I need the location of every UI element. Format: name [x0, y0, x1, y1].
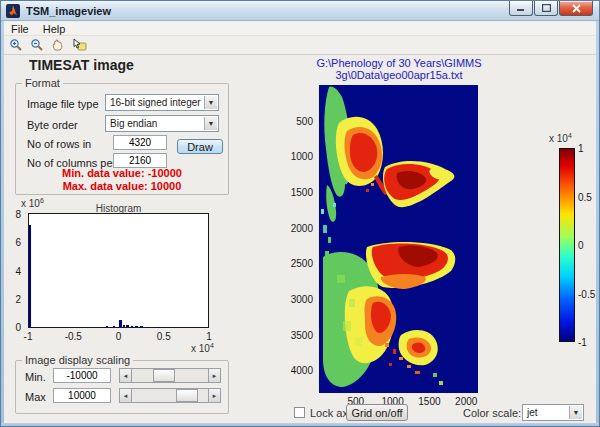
window-frame-bottom — [1, 423, 599, 426]
colorbar-tick: 0 — [578, 240, 584, 251]
lock-axes-checkbox[interactable] — [294, 407, 305, 418]
histogram-bar — [119, 320, 122, 327]
histogram-bar — [135, 326, 138, 327]
hist-y-tick: 8 — [15, 209, 21, 220]
color-scale-select[interactable]: jet ▼ — [522, 404, 584, 421]
window-title: TSM_imageview — [26, 5, 111, 17]
grid-toggle-button[interactable]: Grid on/off — [346, 404, 408, 421]
chevron-down-icon[interactable]: ▼ — [569, 406, 582, 419]
menu-file[interactable]: File — [4, 22, 36, 35]
slider-right-arrow-icon[interactable]: ► — [208, 368, 221, 383]
minimize-icon — [517, 4, 525, 12]
menu-bar: File Help — [4, 22, 598, 36]
map-y-tick: 1500 — [291, 186, 313, 197]
image-file-type-label: Image file type — [27, 98, 99, 110]
histogram-y-ticks: 02468 — [5, 214, 23, 327]
hist-x-tick: 0.5 — [157, 331, 171, 342]
maximize-icon — [542, 4, 551, 12]
format-panel-legend: Format — [22, 77, 63, 89]
hist-x-tick: 0 — [116, 331, 122, 342]
draw-button[interactable]: Draw — [177, 139, 223, 154]
max-scale-slider[interactable]: ◄ ► — [119, 388, 221, 403]
rows-input[interactable] — [113, 135, 167, 150]
slider-thumb[interactable] — [153, 369, 175, 382]
image-file-type-select[interactable]: 16-bit signed integer ▼ — [105, 94, 219, 111]
byte-order-value: Big endian — [110, 118, 157, 129]
byte-order-select[interactable]: Big endian ▼ — [105, 115, 219, 132]
window-controls — [509, 1, 593, 16]
chevron-down-icon[interactable]: ▼ — [204, 96, 217, 109]
hist-y-tick: 2 — [15, 293, 21, 304]
map-y-tick: 3000 — [291, 293, 313, 304]
map-y-tick: 3500 — [291, 329, 313, 340]
maximize-button[interactable] — [534, 1, 558, 16]
matlab-app-icon — [6, 4, 20, 18]
columns-input[interactable] — [113, 153, 167, 168]
page-title: TIMESAT image — [29, 57, 134, 73]
min-scale-slider[interactable]: ◄ ► — [119, 368, 221, 383]
scaling-max-input[interactable] — [53, 388, 111, 403]
colorbar-tick: 1 — [578, 143, 584, 154]
menu-help[interactable]: Help — [36, 22, 73, 35]
histogram-bar — [113, 326, 116, 327]
histogram-x-exponent: x 104 — [191, 342, 214, 354]
slider-track[interactable] — [132, 368, 208, 383]
titlebar: TSM_imageview — [1, 1, 599, 21]
colorbar-tick: 0.5 — [578, 191, 592, 202]
figure-toolbar — [4, 36, 598, 55]
map-x-tick: 2000 — [455, 396, 477, 407]
slider-left-arrow-icon[interactable]: ◄ — [119, 388, 132, 403]
data-cursor-icon[interactable] — [70, 37, 88, 53]
histogram-bar — [123, 325, 126, 327]
app-window: TSM_imageview File Help — [0, 0, 600, 427]
minimize-button[interactable] — [509, 1, 533, 16]
map-y-tick: 2000 — [291, 222, 313, 233]
scaling-max-label: Max — [25, 391, 46, 403]
image-file-type-value: 16-bit signed integer — [110, 97, 201, 108]
histogram-x-ticks: -1-0.500.51 — [28, 331, 209, 343]
histogram-bar — [106, 326, 109, 327]
colorbar-tick: -0.5 — [578, 288, 595, 299]
zoom-out-icon[interactable] — [28, 37, 46, 53]
slider-right-arrow-icon[interactable]: ► — [208, 388, 221, 403]
scaling-min-label: Min. — [25, 371, 46, 383]
map-y-tick: 4000 — [291, 365, 313, 376]
pan-hand-icon[interactable] — [49, 37, 67, 53]
window-frame-right — [596, 21, 599, 425]
map-y-tick: 1000 — [291, 151, 313, 162]
color-scale-label: Color scale: — [463, 407, 521, 419]
world-image — [319, 85, 478, 393]
histogram-bar — [29, 225, 31, 327]
slider-track[interactable] — [132, 388, 208, 403]
colorbar — [559, 148, 575, 342]
chevron-down-icon[interactable]: ▼ — [204, 117, 217, 130]
scaling-panel-legend: Image display scaling — [22, 354, 133, 366]
close-button[interactable] — [559, 1, 593, 16]
min-data-value-text: Min. data value: -10000 — [15, 167, 229, 179]
scaling-min-input[interactable] — [53, 368, 111, 383]
hist-y-tick: 6 — [15, 237, 21, 248]
histogram-bar — [131, 326, 134, 327]
hist-x-tick: 1 — [206, 331, 212, 342]
zoom-in-icon[interactable] — [7, 37, 25, 53]
image-path-title: G:\Phenology of 30 Years\GIMMS 3g\0Data\… — [259, 57, 539, 81]
colorbar-tick: -1 — [578, 337, 587, 348]
hist-y-tick: 0 — [15, 322, 21, 333]
histogram-bar — [140, 326, 143, 327]
max-data-value-text: Max. data value: 10000 — [15, 180, 229, 192]
slider-thumb[interactable] — [176, 389, 198, 402]
hist-x-tick: -0.5 — [65, 331, 82, 342]
close-icon — [572, 4, 581, 13]
byte-order-label: Byte order — [27, 119, 78, 131]
colorbar-exponent: x 104 — [549, 132, 572, 144]
slider-left-arrow-icon[interactable]: ◄ — [119, 368, 132, 383]
map-y-tick: 2500 — [291, 258, 313, 269]
map-y-ticks: 5001000150020002500300035004000 — [285, 85, 315, 393]
image-display-scaling-panel: Image display scaling — [15, 354, 229, 414]
color-scale-value: jet — [527, 407, 538, 418]
histogram-plot — [28, 213, 209, 328]
histogram-bars — [29, 214, 208, 327]
rows-label: No of rows in — [27, 138, 91, 150]
window-frame-left — [1, 21, 4, 425]
map-y-tick: 500 — [296, 115, 313, 126]
